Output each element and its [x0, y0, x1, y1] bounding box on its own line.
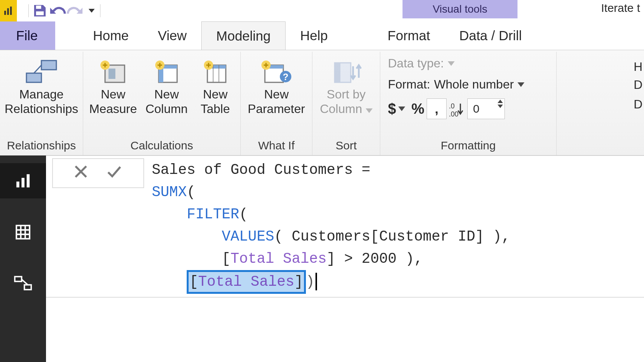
tab-modeling[interactable]: Modeling: [201, 21, 286, 50]
svg-rect-29: [16, 182, 20, 187]
tab-gap: [342, 21, 373, 50]
label-line: New: [203, 87, 227, 101]
new-parameter-button[interactable]: ? NewParameter: [244, 55, 309, 116]
label-line: Table: [200, 102, 230, 116]
redo-button[interactable]: [66, 2, 84, 20]
tab-help[interactable]: Help: [286, 21, 342, 50]
indent: [152, 228, 222, 245]
svg-rect-2: [10, 7, 12, 15]
commit-formula-button[interactable]: [105, 163, 123, 184]
label-line: New: [264, 87, 289, 101]
cancel-formula-button[interactable]: [73, 163, 89, 184]
paren: (: [274, 228, 283, 245]
left-nav-rail: [0, 156, 46, 362]
save-icon: [32, 3, 48, 18]
new-table-icon: [203, 59, 228, 85]
svg-rect-0: [4, 11, 6, 15]
selected-token: [Total Sales]: [187, 270, 306, 294]
close-icon: [73, 164, 89, 180]
manage-relationships-button[interactable]: ManageRelationships: [3, 55, 80, 116]
kw-sumx: SUMX: [152, 184, 187, 200]
chevron-down-icon[interactable]: [398, 106, 405, 111]
svg-rect-9: [108, 69, 115, 79]
svg-line-7: [34, 65, 42, 73]
contextual-tab-header: Visual tools: [402, 0, 518, 18]
threshold: 2000: [361, 251, 396, 267]
label-line: Sort by: [327, 87, 365, 101]
svg-rect-32: [16, 226, 30, 239]
chevron-down-icon: [366, 108, 373, 113]
model-view-button[interactable]: [0, 266, 46, 301]
new-measure-button[interactable]: NewMeasure: [86, 55, 140, 116]
comma: ,: [414, 251, 423, 267]
data-view-button[interactable]: [0, 215, 46, 250]
chevron-down-icon[interactable]: [518, 82, 524, 87]
ribbon-body: ManageRelationships Relationships NewMea…: [0, 50, 644, 156]
chevron-down-icon: [89, 9, 95, 13]
cropped-group-edge: H D D: [634, 60, 644, 111]
canvas: Iter Sales of Good Customers = SUMX( FIL…: [46, 156, 644, 362]
formula-editor[interactable]: Sales of Good Customers = SUMX( FILTER( …: [150, 156, 644, 297]
percent-button[interactable]: %: [411, 101, 424, 117]
tab-data-drill[interactable]: Data / Drill: [445, 21, 536, 50]
currency-button[interactable]: $: [388, 101, 396, 117]
group-label: What If: [258, 137, 294, 155]
chevron-down-icon[interactable]: [448, 61, 455, 66]
kw-values: VALUES: [222, 228, 274, 245]
gt: >: [344, 251, 353, 267]
group-label: Sort: [335, 137, 356, 155]
tab-format[interactable]: Format: [373, 21, 445, 50]
new-column-button[interactable]: NewColumn: [145, 55, 189, 116]
paren: (: [239, 206, 248, 223]
format-value: Whole number: [434, 77, 514, 92]
label-line: Measure: [89, 102, 137, 116]
indent: [152, 206, 187, 223]
cropped-text: H: [634, 60, 642, 74]
comma: ,: [501, 228, 510, 245]
paren: (: [187, 184, 196, 200]
label-line: Column: [320, 102, 362, 116]
qat-customize-button[interactable]: [84, 2, 98, 20]
label-line: Column: [145, 102, 187, 116]
tab-file[interactable]: File: [0, 21, 55, 50]
spinner-up-icon[interactable]: [498, 100, 503, 103]
format-icons-row: $ % , .0 .00 0: [388, 98, 549, 119]
spinner[interactable]: [498, 100, 503, 108]
svg-rect-31: [27, 174, 30, 188]
context-window-title: Iterate t: [601, 2, 640, 15]
group-what-if: ? NewParameter What If: [241, 52, 312, 155]
report-view-button[interactable]: [0, 163, 46, 198]
format-row: Format: Whole number: [388, 77, 549, 92]
paren: ): [493, 228, 501, 245]
label-line: New: [101, 87, 125, 101]
quick-access-toolbar: [0, 0, 644, 21]
ribbon-tabs: File Home View Modeling Help Format Data…: [0, 21, 644, 50]
sort-by-column-button[interactable]: Sort byColumn: [315, 55, 377, 116]
formula-bar: Sales of Good Customers = SUMX( FILTER( …: [46, 156, 644, 298]
save-button[interactable]: [31, 2, 49, 20]
spinner-down-icon[interactable]: [498, 105, 503, 108]
undo-icon: [49, 3, 66, 18]
new-table-button[interactable]: NewTable: [193, 55, 237, 116]
column-ref: Customers[Customer ID]: [292, 228, 484, 245]
formula-measure-name: Sales of Good Customers =: [152, 162, 370, 178]
group-label: Formatting: [441, 137, 496, 155]
bracket: [: [189, 274, 198, 290]
group-formatting: Data type: Format: Whole number $ % , .0…: [380, 52, 557, 155]
svg-rect-1: [7, 8, 9, 15]
format-label: Format:: [388, 77, 430, 92]
group-label: Calculations: [130, 137, 193, 155]
decimal-places-input[interactable]: 0: [467, 98, 505, 119]
svg-text:?: ?: [283, 72, 289, 82]
label-line: Manage: [19, 87, 64, 101]
group-sort: Sort byColumn Sort: [312, 52, 380, 155]
svg-rect-3: [36, 5, 41, 8]
tab-view[interactable]: View: [143, 21, 201, 50]
data-view-icon: [14, 223, 32, 241]
undo-button[interactable]: [49, 2, 66, 20]
decimal-toggle-icon[interactable]: .0 .00: [449, 100, 465, 118]
manage-relationships-icon: [24, 59, 59, 85]
thousands-separator-button[interactable]: ,: [427, 98, 447, 119]
tab-home[interactable]: Home: [78, 21, 143, 50]
svg-rect-30: [21, 178, 25, 187]
